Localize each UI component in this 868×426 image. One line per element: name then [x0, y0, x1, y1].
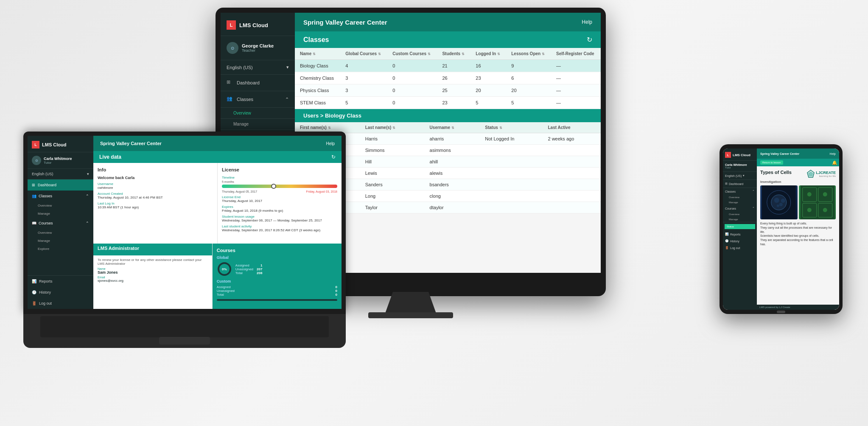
tablet-sidebar-bottom: Status 📊 Reports 🕐 History 🚪 Log out [723, 222, 757, 251]
svg-point-16 [807, 192, 811, 196]
tablet-nav-logout[interactable]: 🚪 Log out [723, 244, 757, 251]
laptop-nav-classes[interactable]: 👥 Classes ⌃ [28, 191, 93, 202]
info-account-created: Thursday, August 10, 2017 at 4:46 PM BST [98, 196, 213, 199]
svg-point-9 [777, 205, 779, 207]
tablet-nav-courses-overview[interactable]: Overview [723, 212, 757, 217]
classes-table-row[interactable]: Physics Class 3 0 25 20 20 — [295, 84, 601, 97]
user-active [543, 179, 601, 191]
tablet-screen: L LMS Cloud Carla Whitmore Tutor English… [723, 149, 839, 310]
class-global: 5 [340, 97, 387, 109]
live-data-refresh-icon[interactable]: ↻ [331, 154, 336, 160]
laptop-nav-classes-manage[interactable]: Manage [28, 210, 93, 218]
classes-title: Classes [303, 36, 329, 44]
class-students: 25 [437, 84, 470, 97]
timeline-end: Friday, August 03, 2018 [306, 190, 337, 193]
tablet-nav-lang[interactable]: English (US) ▾ [723, 172, 757, 180]
col-logged: Logged In ⇅ [470, 48, 506, 60]
monitor-nav-classes-label: Classes [237, 97, 253, 102]
laptop-nav-logout[interactable]: 🚪 Log out [28, 298, 93, 309]
col-lessons: Lessons Open ⇅ [506, 48, 551, 60]
monitor-lang-selector[interactable]: English (US) ▾ [221, 60, 295, 75]
timeline-label: Timeline [222, 176, 337, 179]
tablet-user-role: Tutor [725, 166, 755, 169]
license-expire: Friday, August 10, 2018 (9 months to go) [222, 209, 337, 213]
tablet-top-bar: Spring Valley Career Center Help [757, 149, 839, 159]
laptop-nav-history[interactable]: 🕐 History [28, 287, 93, 298]
laptop-nav-courses-explore[interactable]: Explore [28, 245, 93, 253]
usage-dates: Wednesday, September 06, 2017 — Monday, … [222, 219, 337, 222]
progress-ring-label: 0% [217, 261, 232, 277]
classes-table-row[interactable]: STEM Class 5 0 23 5 5 — [295, 97, 601, 109]
laptop-user-avatar: ⊙ [32, 156, 41, 165]
laptop-nav-history-label: History [39, 290, 51, 294]
class-lessons: 20 [506, 84, 551, 97]
monitor-nav-classes[interactable]: 👥 Classes ⌃ [221, 91, 295, 108]
tablet-nav-history[interactable]: 🕐 History [723, 238, 757, 244]
laptop-nav-courses-overview[interactable]: Overview [28, 229, 93, 237]
monitor-nav-overview[interactable]: Overview [221, 108, 295, 119]
laptop-lang-selector[interactable]: English (US) ▾ [28, 169, 93, 179]
tablet-lang-chevron: ▾ [743, 174, 745, 177]
tablet-nav-dashboard[interactable]: ⊞ Dashboard [723, 180, 757, 188]
class-students: 23 [437, 97, 470, 109]
monitor-help-button[interactable]: Help [582, 19, 592, 25]
class-code: — [551, 60, 601, 72]
laptop-nav-classes-overview[interactable]: Overview [28, 202, 93, 210]
tablet-nav-classes[interactable]: Classes ⌃ [723, 188, 757, 195]
class-custom: 0 [387, 97, 437, 109]
license-box: License Timeline 5 months Thursday, Augu… [218, 163, 342, 244]
admin-box-title: LMS Administrator [98, 246, 208, 251]
laptop-history-icon: 🕐 [32, 290, 36, 294]
col-students: Students ⇅ [437, 48, 470, 60]
admin-name-label: Name [98, 267, 208, 270]
laptop-nav-dashboard-label: Dashboard [38, 183, 56, 187]
tablet-status-btn[interactable]: Status [725, 224, 755, 229]
monitor-nav-manage[interactable]: Manage [221, 119, 295, 130]
class-code: — [551, 84, 601, 97]
classes-table-row[interactable]: Biology Class 4 0 21 16 9 — [295, 60, 601, 72]
laptop-top-bar: Spring Valley Career Center Help [93, 136, 342, 151]
user-status [480, 191, 543, 202]
tablet-bell-icon[interactable]: 🔔 [832, 160, 839, 165]
monitor-nav-dashboard-label: Dashboard [237, 80, 260, 85]
tablet-text-line-2: They carry out all the processes that ar… [760, 226, 836, 234]
classes-table-row[interactable]: Chemistry Class 3 0 26 23 6 — [295, 72, 601, 84]
laptop-keyboard-area [23, 314, 346, 348]
user-last: Long [360, 191, 425, 202]
tablet-nav-reports[interactable]: 📊 Reports [723, 231, 757, 238]
class-global: 4 [340, 60, 387, 72]
info-account-created-label: Account Created [98, 192, 213, 196]
tablet-classes-chevron: ⌃ [752, 190, 755, 193]
tablet-nav-classes-manage[interactable]: Manage [723, 200, 757, 205]
tablet-announce-button[interactable]: Return to lesson [760, 160, 783, 165]
class-lessons: 6 [506, 72, 551, 84]
global-total-val: 208 [257, 271, 262, 275]
laptop-nav-dashboard[interactable]: ⊞ Dashboard [28, 179, 93, 191]
tablet-nav-courses[interactable]: Courses ⌃ [723, 205, 757, 212]
custom-unassigned-label: Unassigned [217, 289, 235, 293]
dark-cell-svg [760, 185, 798, 219]
laptop-brand-name: LMS Cloud [42, 142, 66, 147]
tablet-lesson-images [760, 185, 836, 219]
laptop-nav-reports[interactable]: 📊 Reports [28, 276, 93, 287]
admin-box-header: LMS Administrator [93, 244, 212, 255]
tablet-help-btn[interactable]: Help [830, 152, 836, 155]
svg-point-19 [823, 208, 827, 212]
laptop-dashboard-icon: ⊞ [32, 183, 35, 187]
tablet-nav-classes-overview[interactable]: Overview [723, 195, 757, 200]
monitor-nav-dashboard[interactable]: ⊞ Dashboard [221, 75, 295, 91]
activity-label: Last student activity [222, 224, 337, 228]
live-data-bar: Live data ↻ [93, 151, 342, 163]
green-cell-svg [799, 185, 836, 219]
refresh-icon[interactable]: ↻ [587, 36, 592, 44]
laptop-main-content: Spring Valley Career Center Help Live da… [93, 136, 342, 309]
laptop-lang-label: English (US) [32, 172, 53, 176]
tablet-dashboard-icon: ⊞ [725, 182, 728, 185]
laptop-help-button[interactable]: Help [326, 141, 335, 146]
laptop-sidebar: L LMS Cloud ⊙ Carla Whitmore Tutor Engli… [28, 136, 93, 309]
col-custom: Custom Courses ⇅ [387, 48, 437, 60]
tablet-nav-courses-manage[interactable]: Manage [723, 217, 757, 222]
class-code: — [551, 72, 601, 84]
laptop-nav-courses[interactable]: 📖 Courses ⌃ [28, 218, 93, 229]
laptop-nav-courses-manage[interactable]: Manage [28, 237, 93, 245]
